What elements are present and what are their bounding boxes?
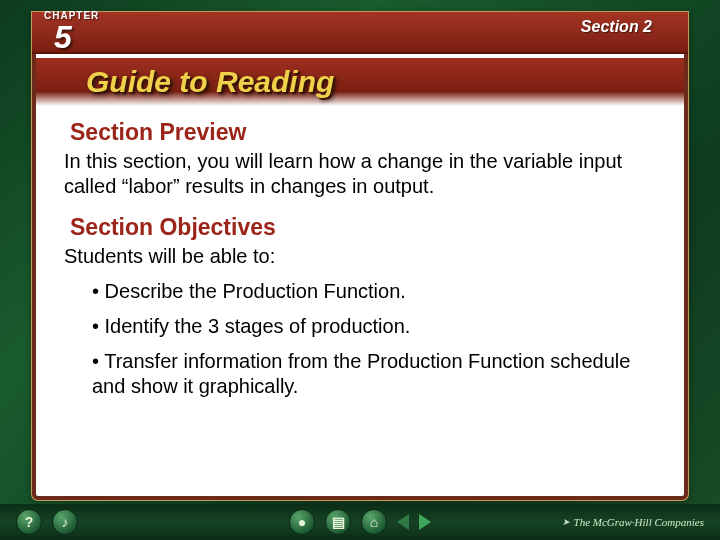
nav-bar: ? ♪ ● ▤ ⌂ ➤ The McGraw·Hill Companies [0, 504, 720, 540]
chapter-tag: CHAPTER 5 [44, 10, 99, 53]
publisher-swoosh-icon: ➤ [562, 517, 570, 527]
objectives-list: • Describe the Production Function. • Id… [92, 279, 656, 399]
next-arrow-icon[interactable] [419, 514, 431, 530]
section-preview-text: In this section, you will learn how a ch… [64, 149, 656, 199]
title-band: Guide to Reading [36, 58, 684, 106]
list-item: • Transfer information from the Producti… [92, 349, 656, 399]
list-item: • Describe the Production Function. [92, 279, 656, 304]
prev-arrow-icon[interactable] [397, 514, 409, 530]
chapter-number: 5 [54, 21, 99, 53]
top-bar: CHAPTER 5 Section 2 [32, 12, 688, 54]
objective-text: Transfer information from the Production… [92, 350, 630, 397]
section-objectives-heading: Section Objectives [70, 213, 656, 242]
slide-frame: CHAPTER 5 Section 2 Guide to Reading Sec… [32, 12, 688, 500]
objective-text: Identify the 3 stages of production. [105, 315, 411, 337]
objective-text: Describe the Production Function. [105, 280, 406, 302]
publisher-logo: ➤ The McGraw·Hill Companies [562, 516, 704, 528]
list-item: • Identify the 3 stages of production. [92, 314, 656, 339]
content-area: Section Preview In this section, you wil… [64, 112, 656, 486]
decorative-margin-text [696, 60, 716, 500]
slide-title: Guide to Reading [86, 65, 334, 99]
sound-icon[interactable]: ♪ [52, 509, 78, 535]
book-icon[interactable]: ▤ [325, 509, 351, 535]
section-objectives-intro: Students will be able to: [64, 244, 656, 269]
section-preview-heading: Section Preview [70, 118, 656, 147]
home-icon[interactable]: ⌂ [361, 509, 387, 535]
section-label: Section 2 [581, 18, 652, 36]
help-icon[interactable]: ? [16, 509, 42, 535]
globe-icon[interactable]: ● [289, 509, 315, 535]
publisher-name: The McGraw·Hill Companies [574, 516, 704, 528]
